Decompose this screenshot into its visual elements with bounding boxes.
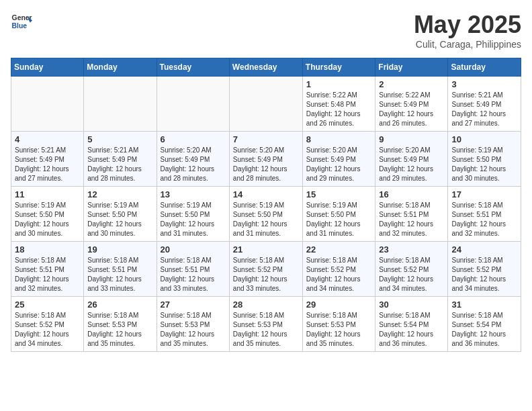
day-number: 16 bbox=[379, 189, 444, 199]
day-number: 9 bbox=[379, 134, 444, 144]
weekday-header-row: SundayMondayTuesdayWednesdayThursdayFrid… bbox=[11, 58, 521, 77]
calendar-cell: 6Sunrise: 5:20 AM Sunset: 5:49 PM Daylig… bbox=[157, 132, 229, 187]
day-info: Sunrise: 5:22 AM Sunset: 5:48 PM Dayligh… bbox=[306, 91, 372, 128]
day-number: 2 bbox=[379, 79, 444, 89]
calendar-cell: 22Sunrise: 5:18 AM Sunset: 5:52 PM Dayli… bbox=[302, 242, 375, 297]
calendar-cell: 10Sunrise: 5:19 AM Sunset: 5:50 PM Dayli… bbox=[448, 132, 521, 187]
calendar-week-5: 25Sunrise: 5:18 AM Sunset: 5:52 PM Dayli… bbox=[11, 297, 521, 352]
calendar-cell: 4Sunrise: 5:21 AM Sunset: 5:49 PM Daylig… bbox=[11, 132, 84, 187]
calendar-cell: 3Sunrise: 5:21 AM Sunset: 5:49 PM Daylig… bbox=[448, 77, 521, 132]
day-number: 13 bbox=[161, 189, 226, 199]
calendar-cell: 26Sunrise: 5:18 AM Sunset: 5:53 PM Dayli… bbox=[84, 297, 157, 352]
day-number: 17 bbox=[451, 189, 517, 199]
day-info: Sunrise: 5:18 AM Sunset: 5:54 PM Dayligh… bbox=[451, 311, 517, 349]
calendar-cell: 31Sunrise: 5:18 AM Sunset: 5:54 PM Dayli… bbox=[448, 297, 521, 352]
day-number: 14 bbox=[233, 189, 299, 199]
calendar-cell: 20Sunrise: 5:18 AM Sunset: 5:51 PM Dayli… bbox=[157, 242, 229, 297]
day-info: Sunrise: 5:18 AM Sunset: 5:54 PM Dayligh… bbox=[379, 311, 444, 349]
svg-text:Blue: Blue bbox=[12, 22, 28, 30]
weekday-header-friday: Friday bbox=[375, 58, 448, 77]
day-info: Sunrise: 5:18 AM Sunset: 5:52 PM Dayligh… bbox=[233, 256, 299, 293]
calendar-week-3: 11Sunrise: 5:19 AM Sunset: 5:50 PM Dayli… bbox=[11, 187, 521, 242]
weekday-header-monday: Monday bbox=[84, 58, 157, 77]
day-info: Sunrise: 5:20 AM Sunset: 5:49 PM Dayligh… bbox=[233, 146, 299, 183]
day-info: Sunrise: 5:21 AM Sunset: 5:49 PM Dayligh… bbox=[451, 91, 517, 128]
day-info: Sunrise: 5:19 AM Sunset: 5:50 PM Dayligh… bbox=[306, 201, 372, 238]
title-block: May 2025 Culit, Caraga, Philippines bbox=[414, 11, 521, 50]
calendar-cell: 7Sunrise: 5:20 AM Sunset: 5:49 PM Daylig… bbox=[229, 132, 302, 187]
weekday-header-wednesday: Wednesday bbox=[229, 58, 302, 77]
day-info: Sunrise: 5:19 AM Sunset: 5:50 PM Dayligh… bbox=[233, 201, 299, 238]
day-info: Sunrise: 5:20 AM Sunset: 5:49 PM Dayligh… bbox=[161, 146, 226, 183]
calendar-cell: 18Sunrise: 5:18 AM Sunset: 5:51 PM Dayli… bbox=[11, 242, 84, 297]
calendar-cell: 1Sunrise: 5:22 AM Sunset: 5:48 PM Daylig… bbox=[302, 77, 375, 132]
day-info: Sunrise: 5:21 AM Sunset: 5:49 PM Dayligh… bbox=[87, 146, 152, 183]
day-number: 25 bbox=[15, 300, 80, 310]
day-info: Sunrise: 5:20 AM Sunset: 5:49 PM Dayligh… bbox=[306, 146, 372, 183]
calendar-cell: 5Sunrise: 5:21 AM Sunset: 5:49 PM Daylig… bbox=[84, 132, 157, 187]
day-info: Sunrise: 5:18 AM Sunset: 5:52 PM Dayligh… bbox=[451, 256, 517, 293]
day-number: 4 bbox=[15, 134, 80, 144]
day-number: 6 bbox=[161, 134, 226, 144]
calendar-cell: 23Sunrise: 5:18 AM Sunset: 5:52 PM Dayli… bbox=[375, 242, 448, 297]
day-number: 12 bbox=[87, 189, 152, 199]
calendar-week-2: 4Sunrise: 5:21 AM Sunset: 5:49 PM Daylig… bbox=[11, 132, 521, 187]
day-info: Sunrise: 5:18 AM Sunset: 5:51 PM Dayligh… bbox=[87, 256, 152, 293]
calendar-cell: 28Sunrise: 5:18 AM Sunset: 5:53 PM Dayli… bbox=[229, 297, 302, 352]
day-number: 10 bbox=[451, 134, 517, 144]
day-number: 22 bbox=[306, 244, 372, 255]
calendar-cell: 16Sunrise: 5:18 AM Sunset: 5:51 PM Dayli… bbox=[375, 187, 448, 242]
location: Culit, Caraga, Philippines bbox=[414, 39, 521, 50]
calendar-cell: 27Sunrise: 5:18 AM Sunset: 5:53 PM Dayli… bbox=[157, 297, 229, 352]
page-header: General Blue May 2025 Culit, Caraga, Phi… bbox=[11, 11, 521, 50]
day-info: Sunrise: 5:19 AM Sunset: 5:50 PM Dayligh… bbox=[451, 146, 517, 183]
day-info: Sunrise: 5:19 AM Sunset: 5:50 PM Dayligh… bbox=[15, 201, 80, 238]
calendar-cell: 12Sunrise: 5:19 AM Sunset: 5:50 PM Dayli… bbox=[84, 187, 157, 242]
day-info: Sunrise: 5:18 AM Sunset: 5:51 PM Dayligh… bbox=[379, 201, 444, 238]
calendar-cell: 2Sunrise: 5:22 AM Sunset: 5:49 PM Daylig… bbox=[375, 77, 448, 132]
day-info: Sunrise: 5:18 AM Sunset: 5:52 PM Dayligh… bbox=[306, 256, 372, 293]
calendar-cell: 8Sunrise: 5:20 AM Sunset: 5:49 PM Daylig… bbox=[302, 132, 375, 187]
day-info: Sunrise: 5:18 AM Sunset: 5:53 PM Dayligh… bbox=[87, 311, 152, 349]
day-number: 11 bbox=[15, 189, 80, 199]
day-number: 21 bbox=[233, 244, 299, 255]
calendar-cell: 14Sunrise: 5:19 AM Sunset: 5:50 PM Dayli… bbox=[229, 187, 302, 242]
day-number: 20 bbox=[161, 244, 226, 255]
calendar-cell: 24Sunrise: 5:18 AM Sunset: 5:52 PM Dayli… bbox=[448, 242, 521, 297]
calendar-cell bbox=[157, 77, 229, 132]
weekday-header-thursday: Thursday bbox=[302, 58, 375, 77]
day-number: 27 bbox=[161, 300, 226, 310]
calendar-cell: 11Sunrise: 5:19 AM Sunset: 5:50 PM Dayli… bbox=[11, 187, 84, 242]
calendar-week-1: 1Sunrise: 5:22 AM Sunset: 5:48 PM Daylig… bbox=[11, 77, 521, 132]
day-number: 29 bbox=[306, 300, 372, 310]
calendar-cell bbox=[229, 77, 302, 132]
weekday-header-sunday: Sunday bbox=[11, 58, 84, 77]
day-info: Sunrise: 5:19 AM Sunset: 5:50 PM Dayligh… bbox=[87, 201, 152, 238]
day-info: Sunrise: 5:18 AM Sunset: 5:51 PM Dayligh… bbox=[451, 201, 517, 238]
day-number: 30 bbox=[379, 300, 444, 310]
day-number: 31 bbox=[451, 300, 517, 310]
day-number: 5 bbox=[87, 134, 152, 144]
day-number: 8 bbox=[306, 134, 372, 144]
day-info: Sunrise: 5:18 AM Sunset: 5:52 PM Dayligh… bbox=[379, 256, 444, 293]
calendar-cell: 21Sunrise: 5:18 AM Sunset: 5:52 PM Dayli… bbox=[229, 242, 302, 297]
calendar-cell: 15Sunrise: 5:19 AM Sunset: 5:50 PM Dayli… bbox=[302, 187, 375, 242]
day-info: Sunrise: 5:18 AM Sunset: 5:51 PM Dayligh… bbox=[15, 256, 80, 293]
day-number: 28 bbox=[233, 300, 299, 310]
day-info: Sunrise: 5:18 AM Sunset: 5:51 PM Dayligh… bbox=[161, 256, 226, 293]
day-info: Sunrise: 5:22 AM Sunset: 5:49 PM Dayligh… bbox=[379, 91, 444, 128]
logo-icon: General Blue bbox=[11, 11, 32, 32]
day-number: 1 bbox=[306, 79, 372, 89]
day-info: Sunrise: 5:18 AM Sunset: 5:53 PM Dayligh… bbox=[161, 311, 226, 349]
day-info: Sunrise: 5:21 AM Sunset: 5:49 PM Dayligh… bbox=[15, 146, 80, 183]
calendar-cell: 29Sunrise: 5:18 AM Sunset: 5:53 PM Dayli… bbox=[302, 297, 375, 352]
day-number: 26 bbox=[87, 300, 152, 310]
day-number: 15 bbox=[306, 189, 372, 199]
day-info: Sunrise: 5:19 AM Sunset: 5:50 PM Dayligh… bbox=[161, 201, 226, 238]
day-info: Sunrise: 5:18 AM Sunset: 5:53 PM Dayligh… bbox=[306, 311, 372, 349]
day-number: 19 bbox=[87, 244, 152, 255]
day-info: Sunrise: 5:18 AM Sunset: 5:53 PM Dayligh… bbox=[233, 311, 299, 349]
day-number: 3 bbox=[451, 79, 517, 89]
logo: General Blue bbox=[11, 11, 32, 32]
calendar-cell bbox=[84, 77, 157, 132]
